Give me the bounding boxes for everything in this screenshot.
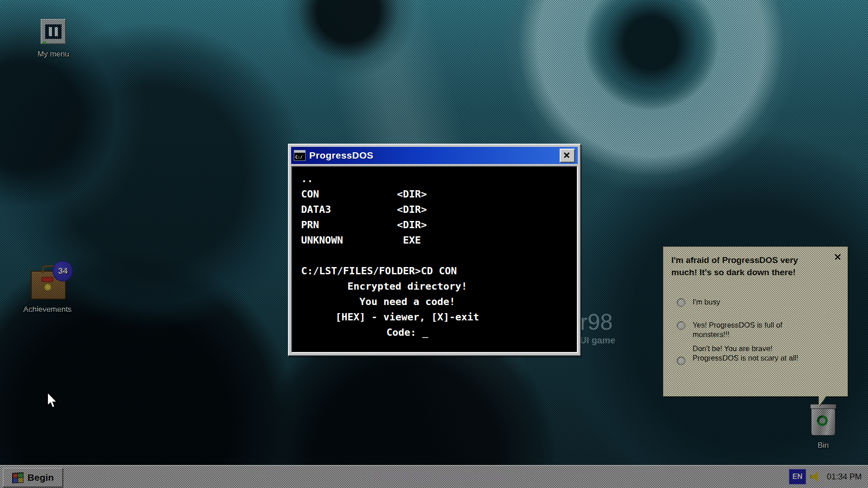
- dialog-option-brave[interactable]: Don't be! You are brave! ProgressDOS is …: [671, 344, 840, 365]
- dir-row: DATA3<DIR>: [301, 202, 568, 217]
- dos-console[interactable]: .. CON<DIR> DATA3<DIR> PRN<DIR> UNKNOWNE…: [291, 166, 578, 353]
- code-input-line[interactable]: Code: _: [301, 325, 568, 340]
- dir-row: ..: [301, 171, 568, 187]
- prompt-line: C:/LST/FILES/FOLDER>CD CON: [301, 263, 568, 279]
- text-cursor: _: [422, 327, 428, 338]
- recycle-bin-icon: [811, 407, 835, 436]
- achievements-count-badge: 34: [52, 261, 73, 282]
- ms-dos-icon: C:/: [294, 150, 306, 161]
- speech-bubble-tail: [819, 396, 826, 407]
- dialog-close-icon[interactable]: [833, 252, 842, 261]
- begin-button[interactable]: Begin: [3, 468, 63, 488]
- dialog-option-busy[interactable]: I'm busy: [671, 297, 840, 307]
- dialog-option-monsters[interactable]: Yes! ProgressDOS is full of monsters!!!: [671, 320, 840, 339]
- bin-label: Bin: [818, 441, 829, 450]
- screen: r98 UI game My menu 34 Achievements Bin …: [0, 0, 868, 488]
- mouse-cursor-icon: [47, 392, 63, 413]
- dialog-option-label: Don't be! You are brave! ProgressDOS is …: [693, 344, 805, 363]
- desktop-icon-my-menu[interactable]: My menu: [28, 19, 79, 59]
- dir-row: PRN<DIR>: [301, 217, 568, 233]
- begin-label: Begin: [28, 472, 54, 483]
- my-menu-label: My menu: [38, 50, 69, 59]
- language-indicator[interactable]: EN: [789, 469, 806, 484]
- dialog-title: I'm afraid of ProgressDOS very much! It'…: [671, 254, 807, 278]
- window-titlebar[interactable]: C:/ ProgressDOS: [291, 147, 578, 164]
- bin-speech-bubble-dialog: I'm afraid of ProgressDOS very much! It'…: [663, 246, 848, 397]
- desktop-icon-bin[interactable]: Bin: [797, 407, 850, 450]
- begin-flag-icon: [12, 472, 24, 483]
- watermark-text: 必用手机精选 • BYSIXY.COM: [357, 471, 520, 483]
- taskbar-clock[interactable]: 01:34 PM: [827, 472, 862, 482]
- volume-icon[interactable]: [811, 471, 822, 483]
- console-message: [HEX] - viewer, [X]-exit: [301, 310, 568, 325]
- dir-row: CON<DIR>: [301, 187, 568, 202]
- blank-line: [301, 248, 568, 263]
- window-close-button[interactable]: [560, 149, 575, 163]
- wallpaper-caption: r98 UI game: [580, 311, 615, 346]
- radio-icon[interactable]: [677, 321, 685, 330]
- dir-row: UNKNOWNEXE: [301, 233, 568, 248]
- system-tray: EN 01:34 PM: [786, 468, 864, 486]
- achievements-label: Achievements: [24, 305, 72, 314]
- console-message: Encrypted directory!: [301, 279, 568, 294]
- dialog-option-label: Yes! ProgressDOS is full of monsters!!!: [693, 320, 805, 339]
- window-title: ProgressDOS: [309, 150, 560, 161]
- radio-icon[interactable]: [677, 357, 685, 365]
- console-message: You need a code!: [301, 294, 568, 310]
- radio-icon[interactable]: [677, 298, 685, 307]
- wallpaper-caption-line2: UI game: [580, 335, 615, 346]
- dialog-options: I'm busy Yes! ProgressDOS is full of mon…: [671, 297, 840, 365]
- dialog-option-label: I'm busy: [693, 297, 805, 307]
- my-menu-icon: [41, 19, 66, 44]
- progressdos-window: C:/ ProgressDOS .. CON<DIR> DATA3<DIR> P…: [288, 144, 581, 356]
- code-label: Code:: [387, 327, 416, 338]
- desktop-icon-achievements[interactable]: 34 Achievements: [14, 261, 81, 314]
- wallpaper-caption-line1: r98: [580, 311, 615, 333]
